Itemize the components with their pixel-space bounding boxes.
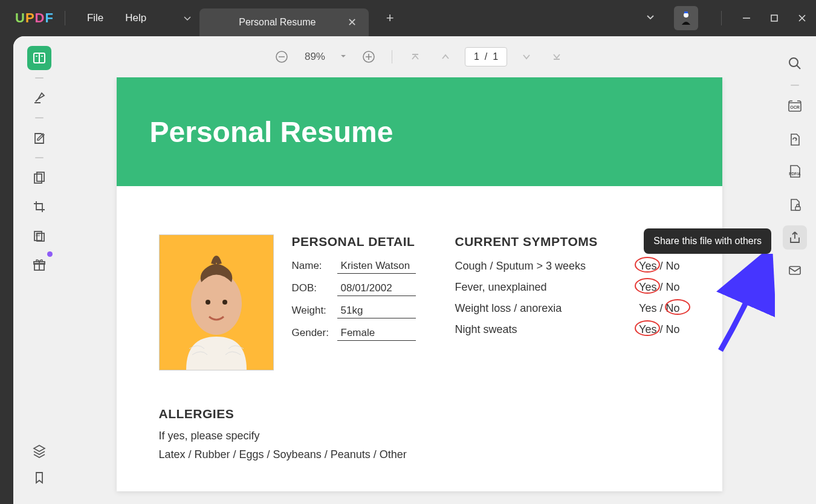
document-header: Personal Resume: [117, 77, 722, 186]
sidebar-bottom: [27, 436, 51, 492]
svg-text:PDF/A: PDF/A: [789, 172, 801, 176]
symptom-row: Weight loss / anorexiaYes / No: [455, 302, 680, 315]
allergies-line2: Latex / Rubber / Eggs / Soybeans / Peanu…: [159, 448, 680, 461]
bookmark-button[interactable]: [27, 465, 51, 489]
titlebar: UPDF File Help Personal Resume ✕ +: [0, 0, 816, 36]
page-total: 1: [493, 51, 498, 62]
personal-detail-section: PERSONAL DETAIL Name:Kristen Watson DOB:…: [292, 234, 437, 370]
separator: [35, 117, 44, 118]
svg-rect-37: [795, 207, 800, 210]
dob-label: DOB:: [292, 282, 337, 294]
layers-button[interactable]: [27, 439, 51, 463]
highlight-button[interactable]: [27, 86, 51, 110]
gender-label: Gender:: [292, 327, 337, 339]
svg-point-26: [206, 300, 210, 305]
zoom-out-button[interactable]: [271, 46, 293, 68]
pdfa-button[interactable]: PDF/A: [783, 160, 807, 184]
app-logo: UPDF: [15, 10, 54, 26]
weight-value: 51kg: [337, 305, 416, 318]
convert-button[interactable]: [783, 128, 807, 152]
edit-button[interactable]: [27, 126, 51, 150]
zoom-dropdown-icon[interactable]: [337, 51, 349, 62]
yes-no: Yes / No: [639, 281, 679, 294]
document-scroll[interactable]: Personal Resume: [65, 77, 774, 504]
weight-label: Weight:: [292, 305, 337, 317]
window-close-icon[interactable]: [788, 6, 816, 30]
share-tooltip: Share this file with others: [644, 228, 771, 254]
dropdown-icon[interactable]: [639, 5, 662, 31]
workspace: 89% 1 / 1 Personal Resume: [13, 36, 816, 504]
redact-button[interactable]: [27, 224, 51, 248]
svg-rect-38: [789, 267, 800, 274]
svg-text:OCR: OCR: [790, 105, 800, 109]
symptom-row: Cough / Sputum > 3 weeksYes / No: [455, 260, 680, 273]
menu-file[interactable]: File: [76, 8, 114, 28]
tab-close-icon[interactable]: ✕: [345, 13, 359, 31]
yes-no: Yes / No: [639, 323, 679, 336]
section-heading: PERSONAL DETAIL: [292, 234, 437, 249]
separator: [35, 157, 44, 158]
notification-dot: [47, 251, 53, 257]
prev-page-button[interactable]: [435, 46, 456, 68]
document-page: Personal Resume: [117, 77, 722, 491]
svg-point-0: [684, 13, 688, 18]
separator: [791, 85, 799, 86]
share-button[interactable]: [783, 225, 807, 250]
avatar[interactable]: [674, 6, 698, 30]
zoom-value: 89%: [301, 51, 329, 63]
svg-rect-12: [37, 233, 44, 241]
page-indicator[interactable]: 1 / 1: [465, 47, 507, 66]
separator: [392, 50, 392, 63]
yes-no: Yes / No: [639, 260, 679, 273]
svg-point-25: [191, 272, 242, 335]
gender-value: Female: [337, 327, 416, 341]
window-maximize-icon[interactable]: [760, 6, 788, 30]
document-body: PERSONAL DETAIL Name:Kristen Watson DOB:…: [117, 186, 722, 491]
protect-button[interactable]: [783, 193, 807, 217]
tab-title: Personal Resume: [209, 17, 345, 28]
search-button[interactable]: [783, 51, 807, 76]
organize-pages-button[interactable]: [27, 166, 51, 190]
profile-photo: [159, 234, 274, 370]
reader-mode-button[interactable]: [27, 46, 51, 70]
crop-button[interactable]: [27, 195, 51, 219]
last-page-button[interactable]: [546, 46, 568, 68]
symptom-row: Fever, unexplainedYes / No: [455, 281, 680, 294]
section-heading: ALLERGIES: [159, 407, 680, 421]
svg-line-33: [797, 65, 800, 69]
svg-rect-1: [684, 11, 688, 13]
tab-menu-icon[interactable]: [175, 6, 199, 30]
zoom-in-button[interactable]: [358, 46, 380, 68]
titlebar-right: [639, 5, 816, 31]
page-current: 1: [474, 51, 479, 62]
svg-point-27: [222, 300, 227, 305]
svg-rect-3: [771, 15, 777, 21]
next-page-button[interactable]: [516, 46, 537, 68]
name-value: Kristen Watson: [337, 260, 416, 274]
yes-no: Yes / No: [639, 302, 679, 315]
allergies-line1: If yes, please specify: [159, 430, 680, 442]
svg-rect-8: [34, 102, 40, 103]
svg-point-32: [789, 58, 798, 66]
tab-strip: Personal Resume ✕ +: [175, 0, 402, 36]
divider: [721, 11, 722, 25]
name-label: Name:: [292, 260, 337, 272]
allergies-section: ALLERGIES If yes, please specify Latex /…: [159, 407, 680, 467]
symptoms-section: CURRENT SYMPTOMS Cough / Sputum > 3 week…: [455, 234, 680, 370]
sidebar-right: OCR PDF/A: [774, 36, 816, 504]
new-tab-button[interactable]: +: [378, 6, 402, 30]
top-toolbar: 89% 1 / 1: [65, 36, 774, 77]
divider: [65, 11, 65, 25]
tab-active[interactable]: Personal Resume ✕: [199, 8, 369, 36]
dob-value: 08/01/2002: [337, 282, 416, 296]
sidebar-left: [13, 36, 65, 504]
symptom-row: Night sweatsYes / No: [455, 323, 680, 336]
email-button[interactable]: [783, 258, 807, 282]
document-title: Personal Resume: [150, 115, 393, 149]
first-page-button[interactable]: [404, 46, 426, 68]
gift-button[interactable]: [27, 253, 51, 277]
ocr-button[interactable]: OCR: [783, 95, 807, 119]
document-area: 89% 1 / 1 Personal Resume: [65, 36, 774, 504]
menu-help[interactable]: Help: [114, 8, 157, 28]
window-minimize-icon[interactable]: [733, 6, 760, 30]
